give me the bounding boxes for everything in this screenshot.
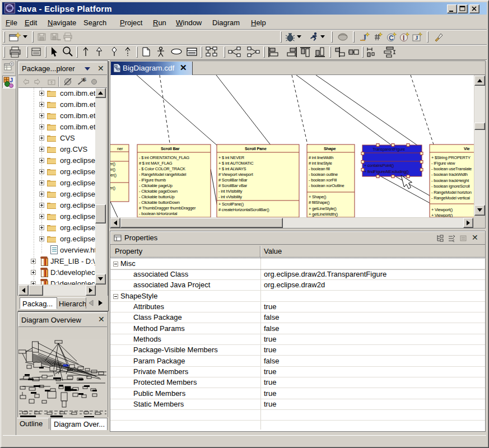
svg-text:S: S [83, 77, 86, 82]
svg-text:+ Shape(): + Shape() [309, 194, 327, 199]
svg-text:# $ int MAX_FLAG: # $ int MAX_FLAG [139, 161, 173, 166]
svg-text:+ $String PROPERTY: + $String PROPERTY [431, 155, 471, 160]
svg-text:- boolean isHorizontal: - boolean isHorizontal [139, 211, 178, 216]
svg-text:- RangeModel horizton: - RangeModel horizton [431, 190, 472, 195]
svg-text:# int lineStyle: # int lineStyle [309, 161, 332, 166]
svg-text:+ $ int NEVER: + $ int NEVER [218, 155, 245, 160]
svg-text:er(): er() [110, 167, 116, 172]
svg-text:- RangeModel rangeModel: - RangeModel rangeModel [139, 172, 187, 177]
svg-text:- boolean xorFill: - boolean xorFill [309, 178, 337, 183]
svg-text:# createHorizontalScrollBar(): # createHorizontalScrollBar() [218, 207, 269, 212]
svg-text:+ $ int AUTOMATIC: + $ int AUTOMATIC [218, 161, 254, 166]
svg-text:- boolean useTranslate: - boolean useTranslate [431, 166, 472, 171]
svg-text:- $ int ORIENTATION_FLAG: - $ int ORIENTATION_FLAG [139, 155, 189, 160]
svg-text:# ScrollBar hBar: # ScrollBar hBar [218, 178, 248, 183]
svg-text:+ $ int ALWAYS: + $ int ALWAYS [218, 166, 246, 171]
svg-text:- boolean trackHeight: - boolean trackHeight [431, 178, 469, 183]
svg-text:+ Viewport(): + Viewport() [431, 207, 453, 212]
svg-text:- boolean xorOutline: - boolean xorOutline [309, 183, 344, 188]
svg-text:+ containsPoint(): + containsPoint() [364, 163, 394, 168]
svg-text:+ findFigureAtExcluding(): + findFigureAtExcluding() [364, 169, 409, 174]
svg-text:Shape: Shape [324, 146, 336, 151]
svg-text:- IFigure thumb: - IFigure thumb [139, 178, 166, 183]
svg-text:- boolean trackWidth: - boolean trackWidth [431, 172, 468, 177]
svg-text:- IFigure view: - IFigure view [431, 161, 455, 166]
svg-text:- int vVisibility: - int vVisibility [218, 194, 242, 199]
svg-text:+ ScrollPane(): + ScrollPane() [218, 202, 244, 207]
svg-text:Vie: Vie [464, 146, 470, 151]
svg-text:# ThumbDragger thumbDragger: # ThumbDragger thumbDragger [139, 206, 196, 211]
svg-text:# fillShape(): # fillShape() [309, 200, 330, 205]
svg-text:- RangeModel vertical: - RangeModel vertical [431, 195, 470, 200]
svg-text:+ getLineStyle(): + getLineStyle() [309, 206, 337, 211]
svg-text:der(): der() [110, 172, 117, 178]
svg-text:J: J [415, 34, 418, 41]
svg-text:J: J [10, 77, 13, 83]
svg-text:er(): er() [110, 185, 116, 190]
svg-text:- $ Color COLOR_TRACK: - $ Color COLOR_TRACK [139, 166, 185, 171]
svg-text:TransparentFigure: TransparentFigure [372, 147, 405, 152]
svg-text:- Clickable buttonDown: - Clickable buttonDown [139, 200, 180, 205]
svg-text:er(): er() [110, 161, 116, 166]
svg-text:- int hVisibility: - int hVisibility [218, 189, 243, 194]
svg-text:# ScrollBar vBar: # ScrollBar vBar [218, 183, 248, 188]
svg-text:- boolean ignoreScroll: - boolean ignoreScroll [431, 184, 470, 189]
svg-text:Scroll Bar: Scroll Bar [161, 146, 180, 151]
svg-text:# int lineWidth: # int lineWidth [309, 155, 333, 160]
svg-text:Scroll Pane: Scroll Pane [245, 146, 267, 151]
svg-text:- Clickable pageDown: - Clickable pageDown [139, 189, 178, 194]
svg-text:- boolean outline: - boolean outline [309, 172, 338, 177]
svg-text:ner: ner [117, 146, 123, 151]
svg-text:- boolean fill: - boolean fill [309, 166, 330, 171]
svg-text:C: C [389, 34, 394, 42]
svg-text:+ getLineWidth(): + getLineWidth() [309, 212, 338, 217]
svg-text:# Viewport viewport: # Viewport viewport [218, 172, 254, 177]
svg-text:- Clickable buttonUp: - Clickable buttonUp [139, 194, 175, 199]
svg-text:- Clickable pageUp: - Clickable pageUp [139, 183, 173, 188]
svg-text:I: I [403, 34, 404, 42]
svg-text:+ Viewport(): + Viewport() [431, 213, 453, 217]
